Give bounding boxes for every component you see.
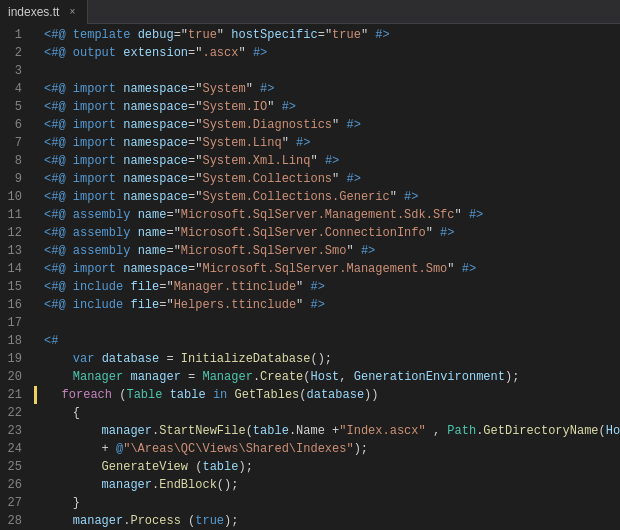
tab-indexes[interactable]: indexes.tt × (0, 0, 88, 24)
tab-bar: indexes.tt × (0, 0, 620, 24)
code-line-4: 4 <#@ import namespace="System" #> (4, 80, 620, 98)
code-line-1: 1 <#@ template debug="true" hostSpecific… (4, 26, 620, 44)
code-line-5: 5 <#@ import namespace="System.IO" #> (4, 98, 620, 116)
code-line-3: 3 (4, 62, 620, 80)
code-area: 1 <#@ template debug="true" hostSpecific… (0, 24, 620, 530)
code-line-24: 24 + @"\Areas\QC\Views\Shared\Indexes"); (4, 440, 620, 458)
code-line-19: 19 var database = InitializeDatabase(); (4, 350, 620, 368)
code-lines: 1 <#@ template debug="true" hostSpecific… (4, 24, 620, 530)
code-line-17: 17 (4, 314, 620, 332)
editor-window: indexes.tt × 1 <#@ template debug="true"… (0, 0, 620, 530)
code-line-10: 10 <#@ import namespace="System.Collecti… (4, 188, 620, 206)
code-line-23: 23 manager.StartNewFile(table.Name +"Ind… (4, 422, 620, 440)
code-line-26: 26 manager.EndBlock(); (4, 476, 620, 494)
code-line-12: 12 <#@ assembly name="Microsoft.SqlServe… (4, 224, 620, 242)
code-line-27: 27 } (4, 494, 620, 512)
code-line-2: 2 <#@ output extension=".ascx" #> (4, 44, 620, 62)
tab-filename: indexes.tt (8, 5, 59, 19)
code-line-28: 28 manager.Process (true); (4, 512, 620, 530)
code-line-6: 6 <#@ import namespace="System.Diagnosti… (4, 116, 620, 134)
code-line-11: 11 <#@ assembly name="Microsoft.SqlServe… (4, 206, 620, 224)
code-line-9: 9 <#@ import namespace="System.Collectio… (4, 170, 620, 188)
code-line-25: 25 GenerateView (table); (4, 458, 620, 476)
code-content[interactable]: 1 <#@ template debug="true" hostSpecific… (0, 24, 620, 530)
close-tab-button[interactable]: × (65, 5, 79, 19)
code-line-20: 20 Manager manager = Manager.Create(Host… (4, 368, 620, 386)
code-line-21: 21 foreach (Table table in GetTables(dat… (4, 386, 620, 404)
code-line-8: 8 <#@ import namespace="System.Xml.Linq"… (4, 152, 620, 170)
code-line-18: 18 <# (4, 332, 620, 350)
code-line-14: 14 <#@ import namespace="Microsoft.SqlSe… (4, 260, 620, 278)
code-line-7: 7 <#@ import namespace="System.Linq" #> (4, 134, 620, 152)
code-line-22: 22 { (4, 404, 620, 422)
code-line-13: 13 <#@ assembly name="Microsoft.SqlServe… (4, 242, 620, 260)
code-line-16: 16 <#@ include file="Helpers.ttinclude" … (4, 296, 620, 314)
code-line-15: 15 <#@ include file="Manager.ttinclude" … (4, 278, 620, 296)
